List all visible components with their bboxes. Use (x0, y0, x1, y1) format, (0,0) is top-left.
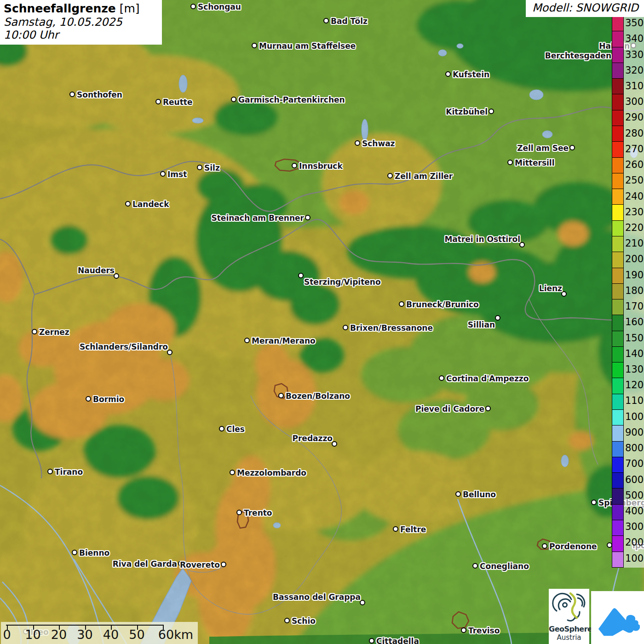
scalebar-label: 60km (158, 627, 193, 642)
geosphere-logo-text: GeoSphere (549, 625, 589, 633)
scalebar-label: 20 (51, 627, 67, 642)
hillshade-texture (0, 0, 644, 644)
mountain-cloud-icon (596, 597, 640, 639)
weather-map-screenshot: SchongauBad TölzKemptenMurnau am Staffel… (0, 0, 644, 644)
page-title: Schneefallgrenze [m] (4, 2, 157, 15)
snowfall-level-map (0, 0, 644, 644)
geosphere-contour-icon (551, 589, 587, 622)
model-label: Modell: SNOWGRID (526, 0, 644, 17)
scalebar-label: 30 (77, 627, 92, 642)
map-scalebar: 0102030405060km (1, 622, 198, 644)
map-title-box: Schneefallgrenze [m] Samstag, 10.05.2025… (0, 0, 162, 45)
geosphere-logo-country: Austria (549, 633, 589, 642)
scalebar-label: 40 (103, 627, 119, 642)
snow-partner-logo (591, 591, 644, 644)
scalebar-label: 10 (25, 627, 40, 642)
geosphere-logo: GeoSphere Austria (549, 589, 589, 644)
title-unit: [m] (116, 2, 140, 15)
scalebar-label: 0 (3, 627, 11, 642)
scalebar-label: 50 (129, 627, 144, 642)
title-datetime: Samstag, 10.05.2025 10:00 Uhr (4, 16, 157, 41)
title-main: Schneefallgrenze (4, 2, 116, 15)
scalebar-line (6, 625, 163, 626)
